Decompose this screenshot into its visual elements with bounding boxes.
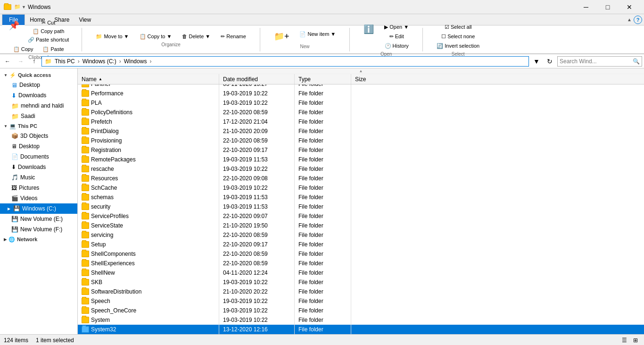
table-row[interactable]: ServiceState21-10-2020 19:50File folder [78,221,644,230]
search-icon[interactable]: 🔍 [633,58,640,65]
details-view-button[interactable]: ☰ [619,336,629,345]
col-header-size[interactable]: Size [351,74,398,84]
table-row[interactable]: ShellNew04-11-2020 12:24File folder [78,268,644,278]
new-item-button[interactable]: 📄 New item ▼ [295,30,340,39]
search-box[interactable]: 🔍 [557,56,642,67]
table-row[interactable]: SchCache19-03-2019 10:22File folder [78,183,644,193]
table-row[interactable]: Provisioning22-10-2020 08:59File folder [78,136,644,145]
table-row[interactable]: SKB19-03-2019 10:22File folder [78,278,644,287]
copy-path-button[interactable]: 📋 Copy path [25,27,72,35]
sidebar-item-desktop-quick[interactable]: 🖥 Desktop [0,80,77,90]
table-row[interactable]: System3213-12-2020 12:16File folder [78,325,644,334]
file-date-cell: 22-10-2020 08:59 [219,136,295,145]
sidebar-item-new-volume-e[interactable]: 💾 New Volume (E:) [0,214,77,224]
file-name-label: ShellExperiences [91,260,135,267]
select-none-button[interactable]: ☐ Select none [432,32,484,41]
sidebar-item-windows-c[interactable]: ▶ 💾 Windows (C:) [0,203,77,214]
sidebar-item-new-volume-f[interactable]: 💾 New Volume (F:) [0,224,77,235]
table-row[interactable]: PrintDialog21-10-2020 20:09File folder [78,126,644,136]
paste-button[interactable]: 📋 Paste [38,45,68,54]
large-icon-view-button[interactable]: ⊞ [631,336,640,345]
sidebar-section-this-pc[interactable]: ▼ 💻 This PC [0,121,77,131]
rename-button[interactable]: ✏ Rename [216,32,250,41]
folder-icon [82,194,89,201]
path-windows-c[interactable]: Windows (C:) [82,58,117,65]
maximize-button[interactable]: □ [597,0,619,14]
sidebar-item-documents[interactable]: 📄 Documents [0,151,77,162]
table-row[interactable]: System19-03-2019 10:22File folder [78,315,644,325]
forward-button[interactable]: → [15,56,26,67]
ribbon-collapse[interactable]: ▲ [627,17,632,22]
help-button[interactable]: ? [634,16,642,24]
sidebar-item-downloads-quick[interactable]: ⬇ Downloads [0,90,77,101]
sidebar-item-3d-objects[interactable]: 📦 3D Objects [0,131,77,141]
table-row[interactable]: ShellComponents22-10-2020 08:59File fold… [78,249,644,259]
sidebar-section-quick-access[interactable]: ▼ ⚡ Quick access [0,70,77,80]
refresh-button[interactable]: ↻ [544,56,555,67]
file-date-cell: 13-12-2020 12:16 [219,325,295,334]
sidebar-item-mehndi[interactable]: 📁 mehndi and haldi [0,101,77,111]
qat-dropdown[interactable]: ▼ [22,5,26,9]
search-input[interactable] [560,58,632,65]
select-all-button[interactable]: ☑ Select all [432,23,484,32]
minimize-button[interactable]: ─ [575,0,597,14]
history-button[interactable]: 🕐 History [380,42,413,50]
sidebar-section-network[interactable]: ▶ 🌐 Network [0,235,77,244]
table-row[interactable]: RemotePackages19-03-2019 11:53File folde… [78,155,644,164]
table-row[interactable]: schemas19-03-2019 11:53File folder [78,193,644,202]
col-header-type[interactable]: Type [295,74,351,84]
sidebar-item-videos[interactable]: 🎬 Videos [0,193,77,203]
scroll-up-indicator[interactable]: ▲ [78,68,644,74]
table-row[interactable]: PolicyDefinitions22-10-2020 08:59File fo… [78,108,644,117]
pin-button[interactable]: 📌 [5,19,24,44]
folder-icon [82,185,89,191]
table-row[interactable]: Resources22-10-2020 09:08File folder [78,174,644,183]
properties-button[interactable]: ℹ️ [359,23,378,36]
copy-to-button[interactable]: 📋 Copy to ▼ [135,32,176,41]
table-row[interactable]: Performance19-03-2019 10:22File folder [78,89,644,98]
edit-button[interactable]: ✏ Edit [380,32,413,41]
invert-button[interactable]: 🔄 Invert selection [432,42,484,50]
cut-button[interactable]: ✂ Cut [25,19,72,27]
up-button[interactable]: ↑ [28,56,40,67]
file-name-label: security [91,203,110,210]
sidebar-item-saadi[interactable]: 📁 Saadi [0,111,77,121]
table-row[interactable]: Panther03-11-2020 13:27File folder [78,84,644,89]
copy-button[interactable]: 📋 Copy [9,45,38,54]
table-row[interactable]: Registration22-10-2020 09:17File folder [78,145,644,155]
path-windows[interactable]: Windows [123,58,148,65]
table-row[interactable]: ServiceProfiles22-10-2020 09:07File fold… [78,211,644,221]
table-row[interactable]: Setup22-10-2020 09:17File folder [78,240,644,249]
sidebar-label: Downloads [18,164,46,170]
tab-view[interactable]: View [74,14,96,25]
file-date-cell: 22-10-2020 09:07 [219,211,295,221]
table-row[interactable]: Speech19-03-2019 10:22File folder [78,296,644,306]
move-to-button[interactable]: 📁 Move to ▼ [91,32,133,41]
table-row[interactable]: rescache19-03-2019 10:22File folder [78,164,644,174]
file-size-cell [351,117,398,126]
sidebar-item-pictures[interactable]: 🖼 Pictures [0,183,77,193]
back-button[interactable]: ← [2,56,13,67]
table-row[interactable]: ShellExperiences22-10-2020 08:59File fol… [78,259,644,268]
delete-button[interactable]: 🗑 Delete ▼ [178,32,215,41]
sidebar-item-desktop[interactable]: 🖥 Desktop [0,141,77,151]
address-dropdown-button[interactable]: ▼ [531,56,542,67]
path-this-pc[interactable]: This PC [54,58,76,65]
paste-shortcut-button[interactable]: 🔗 Paste shortcut [25,36,72,44]
col-header-date[interactable]: Date modified [219,74,295,84]
file-name-cell: ShellComponents [78,249,219,259]
sidebar-item-music[interactable]: 🎵 Music [0,172,77,183]
address-path[interactable]: 📁 This PC › Windows (C:) › Windows › [41,56,529,67]
col-header-name[interactable]: Name ▲ [78,74,219,84]
table-row[interactable]: Prefetch17-12-2020 21:04File folder [78,117,644,126]
table-row[interactable]: security19-03-2019 11:53File folder [78,202,644,211]
table-row[interactable]: servicing22-10-2020 08:59File folder [78,230,644,240]
table-row[interactable]: SoftwareDistribution21-10-2020 20:22File… [78,287,644,296]
table-row[interactable]: Speech_OneCore19-03-2019 10:22File folde… [78,306,644,315]
table-row[interactable]: PLA19-03-2019 10:22File folder [78,98,644,108]
sidebar-item-downloads[interactable]: ⬇ Downloads [0,162,77,172]
new-folder-button[interactable]: 📁+ [270,30,294,43]
file-date-cell: 21-10-2020 20:09 [219,126,295,136]
open-button[interactable]: ▶ Open ▼ [380,23,413,32]
close-button[interactable]: ✕ [619,0,640,14]
